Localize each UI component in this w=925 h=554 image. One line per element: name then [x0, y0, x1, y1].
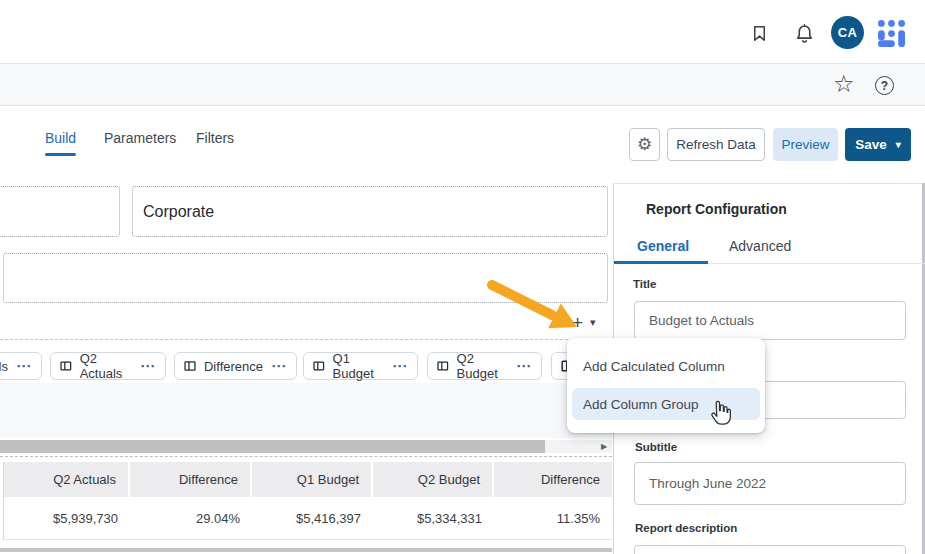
column-chip-difference[interactable]: Difference ⋯ [174, 352, 297, 380]
chip-menu-dots-icon[interactable]: ⋯ [392, 361, 408, 371]
favorite-star-icon[interactable]: ☆ [833, 72, 855, 96]
user-avatar[interactable]: CA [831, 16, 864, 49]
panel-active-tab-underline [614, 261, 708, 264]
column-icon [437, 359, 449, 373]
chip-menu-dots-icon[interactable]: ⋯ [516, 361, 532, 371]
chip-menu-dots-icon[interactable]: ⋯ [271, 361, 287, 371]
chip-menu-dots-icon[interactable]: ⋯ [140, 361, 156, 371]
column-chip-label: Difference [204, 359, 263, 374]
widget-bottom-scrollbar[interactable] [0, 548, 612, 552]
report-description-input[interactable] [634, 545, 906, 554]
column-chip-label: Q2 Budget [457, 351, 508, 381]
report-header-cell-text: Corporate [143, 203, 214, 221]
panel-tab-advanced[interactable]: Advanced [729, 238, 791, 254]
tab-build[interactable]: Build [45, 130, 76, 146]
gear-icon: ⚙ [637, 134, 652, 155]
column-icon [313, 359, 325, 373]
menu-item-add-calculated-column[interactable]: Add Calculated Column [567, 348, 765, 384]
tab-parameters[interactable]: Parameters [104, 130, 176, 146]
save-button-label: Save [855, 137, 887, 152]
column-chip-label: Q2 Actuals [80, 351, 132, 381]
chevron-down-icon: ▾ [590, 316, 596, 329]
column-chip-q2-budget[interactable]: Q2 Budget ⋯ [427, 352, 542, 380]
page-action-bar [0, 63, 925, 106]
help-icon[interactable]: ? [875, 76, 894, 95]
table-cell: $5,939,730 [4, 497, 130, 540]
column-chip-q1[interactable]: ls ⋯ [0, 352, 42, 380]
widget-body-area [0, 383, 612, 438]
column-icon [184, 359, 196, 373]
subtitle-field-label: Subtitle [635, 441, 677, 453]
notifications-bell-icon[interactable] [793, 21, 815, 45]
table-header-q2-budget[interactable]: Q2 Budget [373, 462, 494, 497]
report-header-cell-left[interactable] [0, 186, 120, 237]
table-cell: 29.04% [130, 497, 252, 540]
table-header-q1-budget[interactable]: Q1 Budget [252, 462, 373, 497]
plus-icon: + [572, 313, 583, 332]
menu-item-add-column-group[interactable]: Add Column Group [572, 388, 760, 420]
bookmark-icon[interactable] [749, 23, 769, 43]
report-description-label: Report description [635, 522, 737, 534]
preview-divider [0, 456, 612, 457]
table-cell: 11.35% [494, 497, 612, 540]
table-cell: $5,416,397 [252, 497, 373, 540]
top-app-bar [0, 0, 925, 63]
subtitle-input[interactable] [634, 462, 906, 505]
horizontal-scrollbar-thumb[interactable] [0, 440, 545, 453]
report-header-cell-corporate[interactable]: Corporate [132, 186, 608, 237]
table-header-difference-2[interactable]: Difference [494, 462, 612, 497]
save-dropdown-caret-icon[interactable]: ▾ [896, 140, 901, 150]
column-chip-label: ls [0, 359, 8, 374]
title-input[interactable] [634, 301, 906, 340]
report-subheader-cell[interactable] [3, 253, 608, 303]
add-column-dropdown-menu: Add Calculated Column Add Column Group [567, 338, 765, 433]
app-launcher-grid-icon[interactable] [877, 19, 905, 47]
settings-gear-button[interactable]: ⚙ [629, 128, 660, 161]
table-header-q2-actuals[interactable]: Q2 Actuals [4, 462, 130, 497]
columns-divider [0, 339, 608, 340]
column-chip-label: Q1 Budget [333, 351, 384, 381]
scrollbar-right-arrow-icon[interactable]: ▶ [596, 440, 612, 453]
table-header-difference-1[interactable]: Difference [130, 462, 252, 497]
preview-button[interactable]: Preview [773, 128, 838, 161]
column-chip-q2-actuals[interactable]: Q2 Actuals ⋯ [50, 352, 166, 380]
add-column-button[interactable]: + ▾ [572, 309, 612, 335]
title-field-label: Title [633, 278, 656, 290]
chip-menu-dots-icon[interactable]: ⋯ [16, 361, 32, 371]
save-split-button[interactable]: Save ▾ [845, 128, 911, 161]
column-icon [60, 359, 72, 373]
column-chip-q1-budget[interactable]: Q1 Budget ⋯ [303, 352, 418, 380]
tab-filters[interactable]: Filters [196, 130, 234, 146]
refresh-data-button[interactable]: Refresh Data [667, 128, 765, 161]
table-cell: $5,334,331 [373, 497, 494, 540]
active-tab-underline [45, 153, 76, 156]
panel-tab-general[interactable]: General [637, 238, 689, 254]
panel-title: Report Configuration [646, 201, 787, 217]
